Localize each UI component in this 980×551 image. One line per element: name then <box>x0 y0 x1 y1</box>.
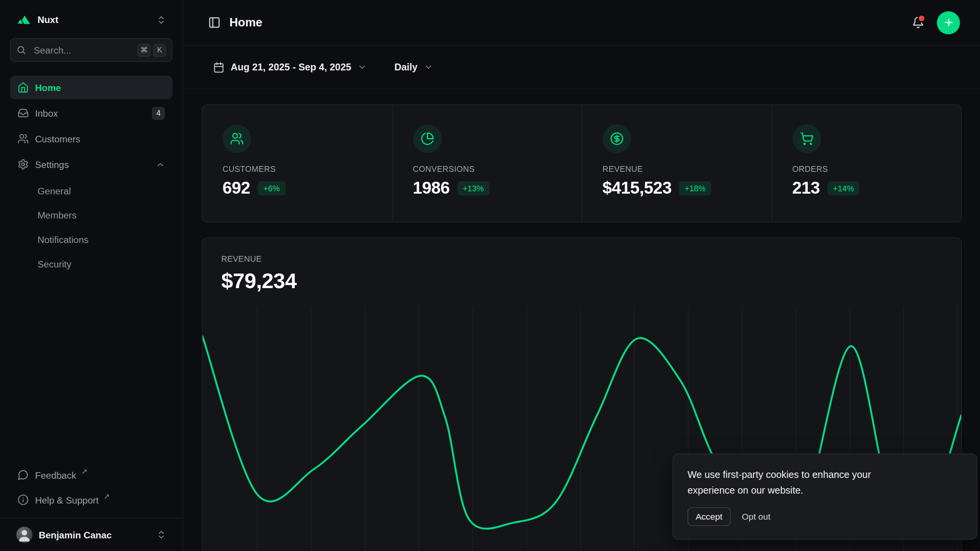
avatar <box>16 527 32 543</box>
home-icon <box>18 82 29 93</box>
add-button[interactable] <box>937 11 960 34</box>
stat-value: 692 <box>222 179 250 198</box>
accept-button[interactable]: Accept <box>688 507 730 526</box>
stat-delta-badge: +13% <box>457 181 489 196</box>
sidebar-item-home[interactable]: Home <box>10 76 172 99</box>
granularity-button[interactable]: Daily <box>394 62 433 73</box>
team-name: Nuxt <box>38 15 58 25</box>
sidebar-item-customers[interactable]: Customers <box>10 127 172 150</box>
user-name: Benjamin Canac <box>39 530 112 540</box>
sidebar-item-settings[interactable]: Settings <box>10 152 172 176</box>
sidebar-item-label: Inbox <box>35 108 58 119</box>
footer-link-label: Feedback <box>35 469 76 480</box>
opt-out-button[interactable]: Opt out <box>735 507 777 526</box>
panel-left-icon <box>208 16 221 29</box>
sidebar-item-label: Home <box>35 82 61 93</box>
sidebar-item-label: Customers <box>35 134 80 144</box>
nuxt-logo-icon <box>16 15 31 25</box>
topbar: Home <box>183 0 980 46</box>
stats-card: CUSTOMERS 692 +6% CONVERSIONS 1986 +13% <box>202 104 962 223</box>
kbd-k: K <box>153 43 166 56</box>
shopping-cart-icon <box>792 124 821 153</box>
date-range-button[interactable]: Aug 21, 2025 - Sep 4, 2025 <box>213 62 367 73</box>
subitem-label: General <box>38 186 71 196</box>
revenue-value: $79,234 <box>221 269 942 293</box>
chevron-down-icon <box>358 62 367 72</box>
filter-toolbar: Aug 21, 2025 - Sep 4, 2025 Daily <box>183 46 980 89</box>
search-shortcut: ⌘ K <box>137 43 166 56</box>
sidebar-item-label: Settings <box>35 159 69 170</box>
users-icon <box>18 133 29 144</box>
sidebar: Nuxt ⌘ K Ho <box>0 0 183 551</box>
date-range-label: Aug 21, 2025 - Sep 4, 2025 <box>230 62 351 73</box>
sidebar-subitem-members[interactable]: Members <box>10 204 172 227</box>
kbd-command: ⌘ <box>137 43 150 56</box>
stat-revenue: REVENUE $415,523 +18% <box>582 105 772 222</box>
chevron-up-icon <box>156 160 165 169</box>
chevron-down-icon <box>424 62 433 72</box>
stat-label: CONVERSIONS <box>413 164 562 173</box>
inbox-count-badge: 4 <box>152 106 165 119</box>
search-icon <box>16 45 26 55</box>
footer-link-label: Help & Support <box>35 494 98 505</box>
stat-conversions: CONVERSIONS 1986 +13% <box>392 105 582 222</box>
stat-customers: CUSTOMERS 692 +6% <box>203 105 392 222</box>
cookie-banner: We use first-party cookies to enhance yo… <box>673 454 978 540</box>
stat-value: 213 <box>792 179 820 198</box>
subitem-label: Security <box>38 259 71 269</box>
sidebar-subitem-general[interactable]: General <box>10 179 172 202</box>
plus-icon <box>943 17 954 28</box>
stat-label: CUSTOMERS <box>222 164 372 173</box>
notification-dot <box>918 15 926 23</box>
message-icon <box>18 469 29 480</box>
user-menu[interactable]: Benjamin Canac <box>0 518 183 551</box>
chevron-up-down-icon <box>156 530 166 540</box>
inbox-icon <box>18 108 29 119</box>
cookie-message: We use first-party cookies to enhance yo… <box>688 468 908 499</box>
subitem-label: Notifications <box>38 234 88 245</box>
screen: Nuxt ⌘ K Ho <box>0 0 980 551</box>
sidebar-toggle-button[interactable] <box>208 16 221 29</box>
dollar-circle-icon <box>603 124 631 153</box>
stat-value: $415,523 <box>603 179 671 198</box>
chevron-up-down-icon <box>156 15 166 24</box>
settings-subnav: General Members Notifications Security <box>10 179 172 276</box>
calendar-icon <box>213 62 224 73</box>
stat-delta-badge: +6% <box>258 181 285 196</box>
sidebar-nav: Home Inbox 4 Customers <box>10 76 172 276</box>
stat-label: ORDERS <box>792 164 941 173</box>
topbar-actions <box>912 11 960 34</box>
revenue-chart-header: REVENUE $79,234 <box>203 238 961 293</box>
feedback-link[interactable]: Feedback ↗ <box>10 463 172 487</box>
stat-delta-badge: +14% <box>827 181 859 196</box>
search-field[interactable] <box>33 44 131 56</box>
revenue-label: REVENUE <box>221 254 942 263</box>
notifications-button[interactable] <box>912 16 924 29</box>
stat-orders: ORDERS 213 +14% <box>772 105 962 222</box>
gear-icon <box>18 159 29 170</box>
pie-chart-icon <box>413 124 441 153</box>
search-input[interactable]: ⌘ K <box>10 38 172 62</box>
sidebar-main: Nuxt ⌘ K Ho <box>0 0 183 518</box>
external-link-icon: ↗ <box>81 467 87 476</box>
page-title: Home <box>229 16 262 29</box>
stat-value: 1986 <box>413 179 449 198</box>
sidebar-subitem-notifications[interactable]: Notifications <box>10 228 172 251</box>
sidebar-subitem-security[interactable]: Security <box>10 253 172 276</box>
granularity-label: Daily <box>394 62 418 73</box>
help-support-link[interactable]: Help & Support ↗ <box>10 488 172 512</box>
sidebar-item-inbox[interactable]: Inbox 4 <box>10 101 172 125</box>
cookie-actions: Accept Opt out <box>688 507 962 526</box>
sidebar-footer: Feedback ↗ Help & Support ↗ <box>10 463 172 512</box>
stat-delta-badge: +18% <box>679 181 711 196</box>
external-link-icon: ↗ <box>104 492 110 501</box>
info-icon <box>18 494 29 505</box>
stat-label: REVENUE <box>603 164 751 173</box>
app-root: Nuxt ⌘ K Ho <box>0 0 980 551</box>
team-switcher[interactable]: Nuxt <box>10 10 172 29</box>
subitem-label: Members <box>38 210 77 221</box>
users-icon <box>222 124 251 153</box>
